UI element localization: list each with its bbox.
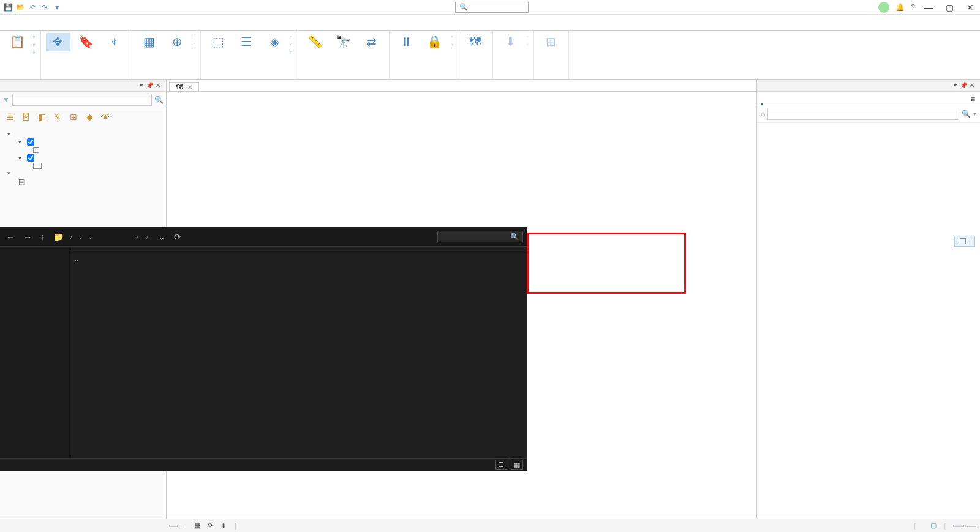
- select-by-attr-button[interactable]: ☰: [234, 33, 258, 51]
- search-icon[interactable]: 🔍: [962, 110, 971, 118]
- list-by-drawing-icon[interactable]: ☰: [4, 111, 16, 123]
- column-header-date[interactable]: [217, 247, 297, 252]
- list-by-source-icon[interactable]: 🗄: [20, 111, 32, 123]
- context-menu-item[interactable]: [954, 236, 975, 247]
- list-by-editing-icon[interactable]: ✎: [51, 111, 64, 123]
- close-tab-icon[interactable]: ✕: [187, 84, 192, 91]
- file-row[interactable]: ▫: [70, 252, 527, 268]
- list-by-selection-icon[interactable]: ◧: [36, 111, 48, 123]
- save-icon[interactable]: 💾: [2, 2, 13, 13]
- selection-tool-icon[interactable]: ▢: [930, 522, 937, 530]
- explorer-search-input[interactable]: 🔍: [437, 231, 523, 242]
- pane-pin-icon[interactable]: 📌: [959, 82, 968, 89]
- status-tool-icon[interactable]: ⟳: [208, 522, 213, 530]
- label-more-button[interactable]: [451, 41, 453, 48]
- breadcrumb-dropdown-icon[interactable]: ⌄: [156, 232, 168, 242]
- refresh-icon[interactable]: ⟳: [172, 232, 184, 242]
- add-graphics-layer-button[interactable]: [194, 33, 196, 40]
- locate-button[interactable]: 🔭: [331, 33, 356, 51]
- user-badge[interactable]: [878, 2, 889, 13]
- catalog-menu-icon[interactable]: ≡: [970, 94, 976, 105]
- georef-button[interactable]: ⊞: [539, 33, 564, 51]
- notifications-icon[interactable]: 🔔: [895, 3, 905, 12]
- measure-icon: 📏: [307, 33, 324, 50]
- pane-close-icon[interactable]: ✕: [154, 82, 162, 89]
- open-icon[interactable]: 📂: [15, 2, 26, 13]
- catalog-tab-favorites[interactable]: [778, 94, 780, 105]
- file-explorer-window: ← → ↑ 📁 › › › › › ⌄ ⟳ 🔍 ▫: [0, 227, 527, 471]
- catalog-tab-project[interactable]: [761, 94, 763, 105]
- bookmarks-button[interactable]: 🔖: [74, 33, 99, 51]
- copy-path-button[interactable]: [33, 49, 36, 56]
- select-by-loc-button[interactable]: ◈: [262, 33, 287, 51]
- layer-visibility-checkbox[interactable]: [27, 154, 34, 162]
- zoom-to-button[interactable]: [290, 49, 293, 56]
- list-by-snapping-icon[interactable]: ⊞: [67, 111, 80, 123]
- details-view-icon[interactable]: ☰: [495, 460, 507, 470]
- twisty-icon[interactable]: ▾: [18, 139, 24, 145]
- view-unplaced-button[interactable]: [451, 33, 453, 40]
- pane-options-icon[interactable]: ▾: [951, 82, 959, 89]
- paste-button[interactable]: 📋: [5, 33, 29, 51]
- ribbon-tab-strip: [0, 15, 980, 31]
- catalog-tree: [757, 123, 980, 519]
- contents-search-input[interactable]: [12, 94, 152, 106]
- pane-options-icon[interactable]: ▾: [137, 82, 145, 89]
- redo-icon[interactable]: ↷: [39, 2, 50, 13]
- help-icon[interactable]: ?: [911, 3, 915, 12]
- home-icon[interactable]: ⌂: [761, 110, 765, 118]
- twisty-icon[interactable]: ▾: [7, 131, 13, 137]
- column-header-type[interactable]: [297, 247, 377, 252]
- catalog-tab-portal[interactable]: [769, 94, 772, 105]
- pause-label-button[interactable]: ⏸: [394, 33, 419, 51]
- statusbar-tab-catalog[interactable]: [953, 525, 964, 527]
- pane-close-icon[interactable]: ✕: [968, 82, 976, 89]
- column-header-size[interactable]: [377, 247, 420, 252]
- coord-convert-button[interactable]: ⇄: [360, 33, 384, 51]
- convert-icon: 🗺: [467, 33, 484, 50]
- map-tab-icon: 🗺: [176, 83, 183, 91]
- basemap-button[interactable]: ▦: [137, 33, 162, 51]
- search-dropdown-icon[interactable]: ▾: [973, 111, 976, 117]
- explore-button[interactable]: ✥: [46, 33, 70, 51]
- undo-icon[interactable]: ↶: [27, 2, 38, 13]
- lock-label-button[interactable]: 🔒: [423, 33, 447, 51]
- goto-xy-button[interactable]: ⌖: [102, 33, 127, 51]
- twisty-icon[interactable]: ▾: [18, 155, 24, 161]
- up-icon[interactable]: ↑: [38, 232, 47, 242]
- scale-input[interactable]: [169, 525, 178, 527]
- map-view-tab[interactable]: 🗺 ✕: [169, 82, 199, 91]
- ribbon-group-offline: ⬇: [493, 31, 534, 79]
- create-feature-class-button[interactable]: [194, 41, 196, 48]
- pane-pin-icon[interactable]: 📌: [145, 82, 154, 89]
- clear-selection-button[interactable]: [290, 41, 293, 48]
- list-by-labeling-icon[interactable]: ◆: [83, 111, 96, 123]
- maximize-button[interactable]: ▢: [942, 2, 957, 12]
- command-search-input[interactable]: 🔍: [455, 2, 529, 13]
- select-button[interactable]: ⬚: [206, 33, 230, 51]
- minimize-button[interactable]: —: [921, 2, 936, 12]
- icons-view-icon[interactable]: ▦: [511, 460, 523, 470]
- goto-xy-icon: ⌖: [106, 33, 123, 50]
- add-data-button[interactable]: ⊕: [165, 33, 190, 51]
- twisty-icon[interactable]: ▾: [7, 170, 13, 176]
- list-by-perspective-icon[interactable]: 👁: [99, 111, 111, 123]
- status-tool-icon[interactable]: ⏸: [221, 522, 227, 530]
- convert-button[interactable]: 🗺: [463, 33, 488, 51]
- catalog-search-input[interactable]: [767, 108, 959, 120]
- attributes-button[interactable]: [290, 33, 293, 40]
- search-icon[interactable]: 🔍: [154, 96, 164, 104]
- layer-visibility-checkbox[interactable]: [27, 138, 34, 146]
- close-button[interactable]: ✕: [963, 2, 978, 12]
- measure-button[interactable]: 📏: [303, 33, 328, 51]
- filter-icon[interactable]: ▼: [2, 96, 10, 104]
- status-tool-icon[interactable]: ▦: [194, 522, 200, 530]
- download-map-button[interactable]: ⬇: [498, 33, 522, 51]
- copy-button[interactable]: [33, 41, 36, 48]
- back-icon[interactable]: ←: [4, 232, 17, 242]
- cut-button[interactable]: [33, 33, 36, 40]
- forward-icon[interactable]: →: [21, 232, 34, 242]
- column-header-name[interactable]: [70, 247, 217, 252]
- statusbar-tab-create-features[interactable]: [965, 525, 976, 527]
- qat-dropdown-icon[interactable]: ▾: [51, 2, 62, 13]
